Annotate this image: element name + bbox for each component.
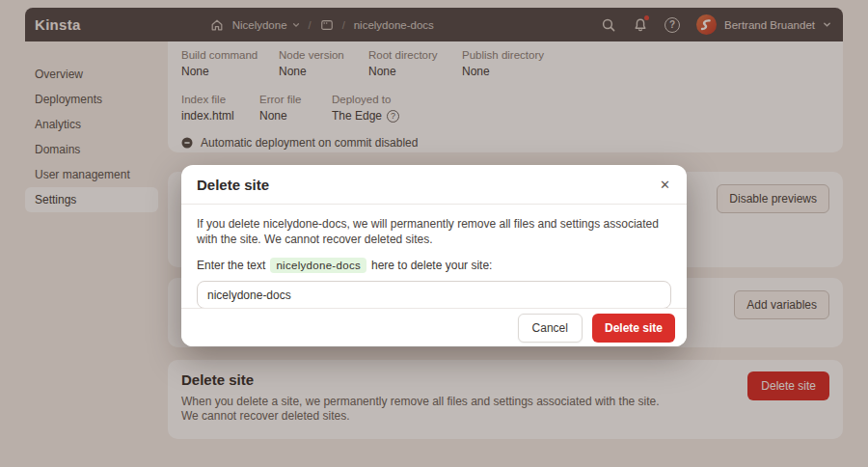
delete-site-modal: Delete site ✕ If you delete nicelydone-d… xyxy=(181,165,687,346)
modal-body: If you delete nicelydone-docs, we will p… xyxy=(181,205,687,309)
close-icon[interactable]: ✕ xyxy=(657,176,673,194)
confirm-delete-button[interactable]: Delete site xyxy=(592,314,675,343)
modal-footer: Cancel Delete site xyxy=(181,308,687,346)
prompt-after: here to delete your site: xyxy=(371,259,492,272)
modal-header: Delete site ✕ xyxy=(181,165,687,205)
prompt-before: Enter the text xyxy=(197,259,265,272)
confirm-site-name-input[interactable] xyxy=(197,281,671,309)
modal-warning-text: If you delete nicelydone-docs, we will p… xyxy=(197,217,671,247)
modal-confirm-prompt: Enter the text nicelydone-docs here to d… xyxy=(197,258,671,273)
cancel-button[interactable]: Cancel xyxy=(518,314,583,343)
modal-title: Delete site xyxy=(197,177,269,193)
site-name-badge: nicelydone-docs xyxy=(270,258,366,273)
